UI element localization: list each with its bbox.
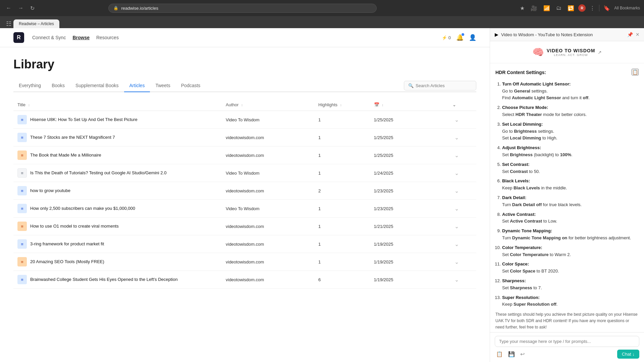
sp-closing-note: These settings should help you achieve t… [495, 311, 639, 331]
article-date: 1/23/2025 [370, 200, 449, 218]
article-author: Video To Wisdom [222, 200, 314, 218]
message-input-area[interactable] [495, 336, 639, 347]
expand-row-button[interactable]: ⌄ [452, 116, 461, 124]
article-author: videotowisdom.com [222, 218, 314, 235]
table-row[interactable]: ≡ How only 2,500 subscribers can make yo… [13, 200, 476, 218]
menu-button[interactable]: ⋮ [588, 4, 597, 13]
article-title-cell: ≡ Hisense U8K: How To Set Up And Get The… [13, 111, 222, 129]
chat-button-label: Chat [622, 352, 631, 357]
col-header-author[interactable]: Author ↕ [222, 99, 314, 111]
tab-articles[interactable]: Articles [124, 79, 150, 92]
expand-row-button[interactable]: ⌄ [452, 169, 461, 177]
back-button[interactable]: ← [4, 4, 13, 12]
tab-everything[interactable]: Everything [13, 79, 46, 92]
chat-button[interactable]: Chat ↓ [617, 350, 639, 359]
external-link-button[interactable]: ↗ [598, 50, 602, 55]
article-icon: ≡ [17, 257, 27, 266]
table-row[interactable]: ≡ Brainwashed College Student Gets His E… [13, 271, 476, 289]
article-title[interactable]: Brainwashed College Student Gets His Eye… [30, 277, 178, 283]
article-title[interactable]: Hisense U8K: How To Set Up And Get The B… [30, 117, 138, 123]
main-content: R Connect & Sync Browse Resources ⚡ 0 🔔 … [0, 28, 644, 362]
article-title[interactable]: how to grow youtube [30, 188, 70, 194]
article-title[interactable]: These 7 Stocks are the NEXT Magnificent … [30, 134, 115, 140]
clipboard-button[interactable]: 📋 [495, 350, 504, 359]
save-button[interactable]: 💾 [507, 350, 516, 359]
lightning-counter[interactable]: ⚡ 0 [442, 35, 451, 40]
article-author: videotowisdom.com [222, 271, 314, 289]
nav-resources[interactable]: Resources [96, 35, 119, 40]
article-title[interactable]: Is This the Death of Tutorials? Testing … [30, 170, 166, 176]
reload-button[interactable]: ↻ [28, 4, 37, 13]
table-row[interactable]: ≡ The Book that Made Me a Millionaire vi… [13, 146, 476, 164]
expand-row-button[interactable]: ⌄ [452, 240, 461, 248]
copy-button[interactable]: 📋 [632, 69, 639, 75]
article-title[interactable]: The Book that Made Me a Millionaire [30, 152, 101, 158]
table-row[interactable]: ≡ 20 Amazing SEO Tools (Mostly FREE) vid… [13, 253, 476, 271]
article-date: 1/25/2025 [370, 129, 449, 146]
expand-row-button[interactable]: ⌄ [452, 276, 461, 284]
page-title: Library [13, 57, 476, 71]
article-author: videotowisdom.com [222, 235, 314, 253]
sort-icon-highlights: ↕ [340, 103, 342, 107]
sp-settings-list: Turn Off Automatic Light Sensor: Go to G… [495, 81, 639, 308]
article-icon: ≡ [17, 222, 27, 231]
forward-button[interactable]: → [16, 4, 25, 12]
nav-browse[interactable]: Browse [72, 35, 90, 40]
expand-row-button[interactable]: ⌄ [452, 205, 461, 213]
article-expand: ⌄ [448, 182, 476, 200]
table-row[interactable]: ≡ Hisense U8K: How To Set Up And Get The… [13, 111, 476, 129]
url-text: readwise.io/articles [121, 6, 158, 11]
article-date: 1/23/2025 [370, 182, 449, 200]
nav-connect-sync[interactable]: Connect & Sync [32, 35, 66, 40]
table-row[interactable]: ≡ How to use O1 model to create viral mo… [13, 218, 476, 235]
expand-row-button[interactable]: ⌄ [452, 134, 461, 141]
extension-button-1[interactable]: 🎥 [529, 4, 539, 13]
list-item: Adjust Brightness: Set Brightness (backl… [502, 144, 639, 159]
message-input[interactable] [499, 339, 635, 344]
lock-icon: 🔒 [113, 6, 118, 10]
tab-supplemental-books[interactable]: Supplemental Books [70, 79, 124, 92]
list-item: Sharpness: Set Sharpness to 7. [502, 278, 639, 292]
article-icon: ≡ [17, 115, 27, 124]
notification-bell[interactable]: 🔔 [456, 34, 464, 41]
article-title[interactable]: How to use O1 model to create viral mome… [30, 223, 119, 229]
table-row[interactable]: ≡ how to grow youtube videotowisdom.com … [13, 182, 476, 200]
side-panel-header: ▶ Video to Wisdom - YouTube to Notes Ext… [490, 28, 644, 41]
pin-button[interactable]: 📌 [627, 32, 633, 37]
col-header-title[interactable]: Title ↕ [13, 99, 222, 111]
tab-books[interactable]: Books [46, 79, 70, 92]
search-icon: 🔍 [408, 83, 414, 88]
extension-button-3[interactable]: 🗂 [554, 4, 564, 12]
extension-button-4[interactable]: 🔁 [566, 4, 576, 13]
extension-button-2[interactable]: 📶 [541, 4, 552, 13]
readwise-extension-btn[interactable]: R [578, 4, 586, 12]
bookmark-star-button[interactable]: ★ [518, 4, 527, 13]
article-title[interactable]: 3-ring framework for product market fit [30, 241, 104, 247]
article-icon: ≡ [17, 204, 27, 213]
close-side-panel-button[interactable]: × [636, 32, 639, 38]
expand-row-button[interactable]: ⌄ [452, 152, 461, 159]
search-input[interactable] [416, 83, 472, 88]
address-bar[interactable]: 🔒 readwise.io/articles [108, 4, 377, 13]
search-articles[interactable]: 🔍 [404, 81, 476, 90]
expand-row-button[interactable]: ⌄ [452, 258, 461, 266]
browser-tab-active[interactable]: Readwise – Articles [13, 19, 59, 28]
article-title[interactable]: 20 Amazing SEO Tools (Mostly FREE) [30, 259, 104, 265]
export-button[interactable]: ↩ [519, 350, 526, 359]
article-title[interactable]: How only 2,500 subscribers can make you … [30, 205, 135, 212]
col-header-date[interactable]: 📅 ↕ [370, 99, 449, 111]
article-expand: ⌄ [448, 218, 476, 235]
expand-row-button[interactable]: ⌄ [452, 223, 461, 230]
table-row[interactable]: ≡ 3-ring framework for product market fi… [13, 235, 476, 253]
table-row[interactable]: ≡ These 7 Stocks are the NEXT Magnificen… [13, 129, 476, 146]
user-avatar[interactable]: 👤 [469, 34, 476, 41]
col-header-expand[interactable]: ⌄ [448, 99, 476, 111]
col-header-highlights[interactable]: Highlights ↕ [314, 99, 370, 111]
tab-tweets[interactable]: Tweets [150, 79, 175, 92]
article-author: videotowisdom.com [222, 253, 314, 271]
table-row[interactable]: ≡ Is This the Death of Tutorials? Testin… [13, 164, 476, 182]
article-date: 1/19/2025 [370, 253, 449, 271]
expand-row-button[interactable]: ⌄ [452, 187, 461, 195]
tab-grid-button[interactable]: ☷ [4, 19, 13, 28]
tab-podcasts[interactable]: Podcasts [176, 79, 206, 92]
